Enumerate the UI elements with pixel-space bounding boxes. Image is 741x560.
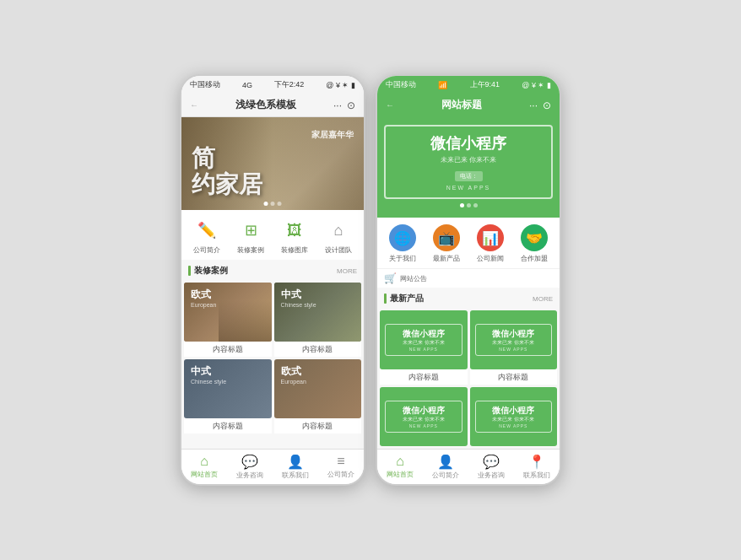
nav-label-2: 联系我们 xyxy=(282,471,309,480)
right-content: 微信小程序 未来已来 你来不来 电话： NEW APPS 🌐 关于我们 xyxy=(377,116,560,449)
green-icon-1[interactable]: 📺 最新产品 xyxy=(433,224,460,263)
green-phone-line: 电话： xyxy=(455,171,483,181)
green-icon-2[interactable]: 📊 公司新闻 xyxy=(477,224,504,263)
icon-item-3[interactable]: ⌂ 设计团队 xyxy=(325,218,352,255)
left-title-icons[interactable]: ··· ⊙ xyxy=(333,100,355,111)
right-img-grid: 微信小程序 未来已来 你来不来 NEW APPS 内容标题 微信小程序 xyxy=(377,308,560,449)
home-icon: ⌂ xyxy=(326,218,351,242)
icon-label-3: 设计团队 xyxy=(325,245,352,255)
green-pair-1: 微信小程序 未来已来 你来不来 NEW APPS 内容标题 xyxy=(470,310,558,385)
left-section-title: 装修案例 xyxy=(188,265,228,277)
right-title: 网站标题 xyxy=(441,98,482,112)
green-card-3[interactable]: 微信小程序 未来已来 你来不来 NEW APPS xyxy=(470,387,558,446)
record-icon[interactable]: ⊙ xyxy=(347,100,355,111)
right-home-icon: ⌂ xyxy=(396,454,404,469)
img-card-caption-0: 内容标题 xyxy=(184,342,272,357)
tv-icon: 📺 xyxy=(433,224,460,251)
nav-item-contact[interactable]: 👤 联系我们 xyxy=(282,454,309,480)
right-title-icons[interactable]: ··· ⊙ xyxy=(529,100,551,111)
img-card-label-3: 欧式 European xyxy=(281,364,306,385)
img-card-label-0: 欧式 European xyxy=(191,288,216,308)
img-card-caption-3: 内容标题 xyxy=(274,418,362,433)
green-mini-banner-1: 微信小程序 未来已来 你来不来 NEW APPS xyxy=(475,324,553,356)
green-card-0[interactable]: 微信小程序 未来已来 你来不来 NEW APPS xyxy=(380,310,468,369)
right-nav-label-3: 联系我们 xyxy=(523,471,550,480)
menu-icon[interactable]: ··· xyxy=(333,100,342,111)
green-card-bg-1: 微信小程序 未来已来 你来不来 NEW APPS xyxy=(470,310,558,369)
right-icon-grid: 🌐 关于我们 📺 最新产品 📊 公司新闻 🤝 合作加盟 xyxy=(377,218,560,268)
nav-item-home[interactable]: ⌂ 网站首页 xyxy=(191,454,218,480)
icon-label-0: 公司简介 xyxy=(193,245,220,255)
left-img-grid: 欧式 European 内容标题 中式 Chinese styl xyxy=(181,280,364,436)
right-status-bar: 中国移动 📶 上午9:41 @ ¥ ✶ ▮ xyxy=(377,76,560,94)
right-nav-home[interactable]: ⌂ 网站首页 xyxy=(387,454,414,480)
green-card-2[interactable]: 微信小程序 未来已来 你来不来 NEW APPS xyxy=(380,387,468,446)
right-hero: 微信小程序 未来已来 你来不来 电话： NEW APPS xyxy=(377,116,560,218)
user-nav-icon: 👤 xyxy=(287,454,304,470)
right-chat-icon: 💬 xyxy=(483,454,500,470)
nav-label-3: 公司简介 xyxy=(327,471,354,479)
img-card-2[interactable]: 中式 Chinese style xyxy=(184,359,272,418)
img-card-0[interactable]: 欧式 European xyxy=(184,283,272,342)
right-record-icon[interactable]: ⊙ xyxy=(543,100,551,111)
green-card-1[interactable]: 微信小程序 未来已来 你来不来 NEW APPS xyxy=(470,310,558,369)
icon-item-1[interactable]: ⊞ 装修案例 xyxy=(237,218,264,255)
icon-item-2[interactable]: 🖼 装修图库 xyxy=(281,218,308,255)
right-nav-consult[interactable]: 💬 业务咨询 xyxy=(478,454,505,480)
left-network: 4G xyxy=(242,81,252,89)
left-bottom-nav: ⌂ 网站首页 💬 业务咨询 👤 联系我们 ≡ 公司简介 xyxy=(181,449,364,484)
green-dot-3 xyxy=(473,203,478,207)
dot-2 xyxy=(271,202,275,206)
green-dot-1 xyxy=(460,203,464,207)
right-about-icon: 👤 xyxy=(437,454,454,470)
right-status-icons: @ ¥ ✶ ▮ xyxy=(522,81,551,89)
nav-label-1: 业务咨询 xyxy=(236,471,263,480)
left-time: 下午2:42 xyxy=(274,79,305,90)
hero-tag: 家居嘉年华 xyxy=(311,129,354,141)
left-phone: 中国移动 4G 下午2:42 @ ¥ ✶ ▮ ← 浅绿色系模板 ··· ⊙ xyxy=(180,74,365,486)
green-card-bg-2: 微信小程序 未来已来 你来不来 NEW APPS xyxy=(380,387,468,446)
right-nav-contact[interactable]: 📍 联系我们 xyxy=(523,454,550,480)
green-icon-0[interactable]: 🌐 关于我们 xyxy=(389,224,416,263)
right-menu-icon[interactable]: ··· xyxy=(529,100,538,111)
img-card-caption-1: 内容标题 xyxy=(274,342,362,357)
left-section-more[interactable]: MORE xyxy=(337,267,357,275)
img-pair-1: 中式 Chinese style 内容标题 xyxy=(274,283,362,357)
icon-item-0[interactable]: ✏️ 公司简介 xyxy=(193,218,220,255)
img-pair-2: 中式 Chinese style 内容标题 xyxy=(184,359,272,433)
right-title-bar: ← 网站标题 ··· ⊙ xyxy=(377,94,560,116)
green-pair-0: 微信小程序 未来已来 你来不来 NEW APPS 内容标题 xyxy=(380,310,468,385)
right-wifi-icon: 📶 xyxy=(438,81,447,89)
nav-item-consult[interactable]: 💬 业务咨询 xyxy=(236,454,263,480)
green-caption-1: 内容标题 xyxy=(470,369,558,385)
green-icon-3[interactable]: 🤝 合作加盟 xyxy=(521,224,548,263)
handshake-icon: 🤝 xyxy=(521,224,548,251)
hero-dots xyxy=(264,202,282,206)
green-main-text: 微信小程序 xyxy=(394,133,543,153)
hero-main-text: 简约家居 xyxy=(192,146,262,198)
grid-icon: ⊞ xyxy=(238,218,263,242)
green-dot-2 xyxy=(467,203,471,207)
left-section-header: 装修案例 MORE xyxy=(181,260,364,280)
green-card-bg-3: 微信小程序 未来已来 你来不来 NEW APPS xyxy=(470,387,558,446)
green-mini-banner-2: 微信小程序 未来已来 你来不来 NEW APPS xyxy=(385,401,462,433)
img-card-1[interactable]: 中式 Chinese style xyxy=(274,283,362,342)
img-card-3[interactable]: 欧式 European xyxy=(274,359,362,418)
green-pair-3: 微信小程序 未来已来 你来不来 NEW APPS xyxy=(470,387,558,446)
green-mini-banner-3: 微信小程序 未来已来 你来不来 NEW APPS xyxy=(475,401,553,433)
right-section-header: 最新产品 MORE xyxy=(377,288,560,308)
hero-text: 简约家居 xyxy=(192,146,262,198)
green-sub-text: 未来已来 你来不来 xyxy=(394,155,543,164)
right-location-icon: 📍 xyxy=(528,454,545,470)
chat-nav-icon: 💬 xyxy=(241,454,258,470)
left-carrier: 中国移动 xyxy=(190,79,220,90)
icon-label-2: 装修图库 xyxy=(281,245,308,255)
img-pair-3: 欧式 European 内容标题 xyxy=(274,359,362,433)
right-section-more[interactable]: MORE xyxy=(533,295,553,303)
green-icon-label-3: 合作加盟 xyxy=(521,254,548,263)
hero-right-text: 家居嘉年华 xyxy=(311,129,354,141)
dot-1 xyxy=(264,202,268,206)
nav-item-about[interactable]: ≡ 公司简介 xyxy=(327,454,354,480)
right-nav-about[interactable]: 👤 公司简介 xyxy=(432,454,459,480)
left-title-bar: ← 浅绿色系模板 ··· ⊙ xyxy=(181,94,364,117)
